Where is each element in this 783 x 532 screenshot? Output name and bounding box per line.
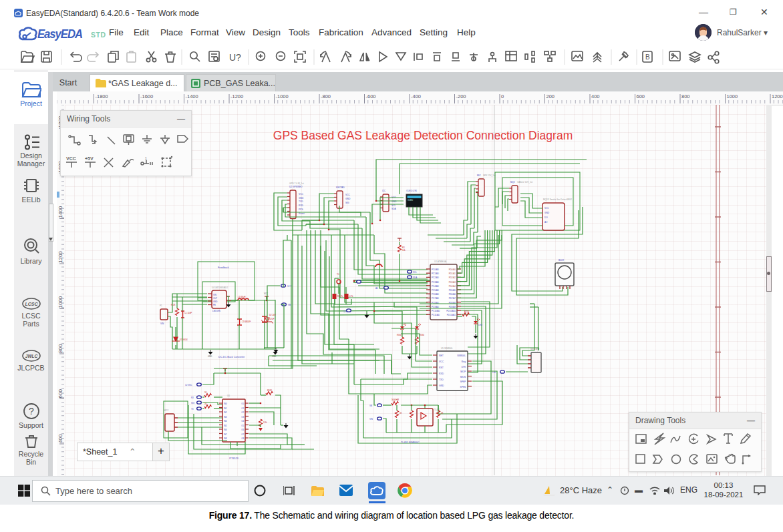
- svg-text:200: 200: [546, 93, 555, 99]
- svg-text:PD9/A9: PD9/A9: [449, 306, 456, 308]
- svg-text:VCC: VCC: [66, 156, 76, 161]
- svg-text:D1 SS34: D1 SS34: [180, 338, 188, 341]
- svg-text:400: 400: [591, 93, 600, 99]
- svg-text:IN0: IN0: [224, 403, 227, 405]
- svg-text:MQ2: MQ2: [510, 181, 515, 184]
- svg-text:-200: -200: [456, 93, 466, 99]
- svg-text:-1000: -1000: [276, 93, 289, 99]
- svg-text:?: ?: [29, 406, 34, 417]
- svg-text:12 V: 12 V: [287, 285, 291, 288]
- svg-text:PD4/A4: PD4/A4: [449, 285, 456, 288]
- svg-text:PD3/A3: PD3/A3: [449, 281, 456, 284]
- svg-text:GND: GND: [213, 300, 217, 303]
- svg-text:KEYPAD: KEYPAD: [336, 186, 345, 189]
- svg-text:MIC2: MIC2: [164, 409, 168, 412]
- svg-text:820R: 820R: [267, 389, 272, 392]
- svg-text:Ring: Ring: [462, 360, 466, 363]
- svg-text:RX: RX: [191, 396, 194, 399]
- svg-text:1200: 1200: [772, 93, 783, 99]
- svg-text:IN3: IN3: [224, 416, 227, 419]
- svg-text:VCC: VCC: [439, 360, 444, 363]
- svg-text:PD2/A2: PD2/A2: [449, 276, 456, 279]
- svg-text:IN4: IN4: [224, 420, 227, 423]
- svg-text:IN2: IN2: [224, 411, 227, 414]
- svg-text:GND: GND: [544, 212, 550, 214]
- svg-text:NET: NET: [439, 354, 444, 357]
- svg-text:OUT: OUT: [213, 297, 217, 300]
- svg-text:PPS: PPS: [299, 208, 303, 211]
- svg-text:GPS Based GAS Leakage Detectio: GPS Based GAS Leakage Detection Connecti…: [273, 129, 573, 142]
- svg-text:TXD: TXD: [439, 378, 444, 381]
- svg-text:400: 400: [57, 434, 63, 443]
- svg-text:VCC: VCC: [544, 207, 549, 210]
- svg-text:C1 104P: C1 104P: [184, 312, 192, 314]
- svg-text:PC7/AD: PC7/AD: [432, 297, 440, 300]
- svg-text:1K: 1K: [204, 391, 207, 394]
- svg-text:-400: -400: [411, 93, 421, 99]
- svg-text:1200: 1200: [57, 251, 63, 263]
- svg-text:O7: O7: [241, 433, 244, 436]
- svg-text:O4: O4: [241, 420, 244, 423]
- svg-text:MIC: MIC: [477, 174, 481, 177]
- svg-text:SPK 12V_1st: SPK 12V_1st: [483, 174, 496, 177]
- svg-text:O0: O0: [241, 403, 244, 405]
- svg-text:12V: 12V: [343, 310, 347, 313]
- svg-text:DTR: DTR: [462, 366, 466, 368]
- svg-text:GND: GND: [439, 384, 444, 387]
- svg-text:IN5: IN5: [224, 425, 227, 427]
- svg-text:FB: FB: [213, 304, 216, 306]
- svg-text:A0: A0: [375, 287, 378, 290]
- svg-text:SPKN: SPKN: [460, 386, 466, 388]
- svg-text:TX: TX: [191, 408, 194, 411]
- svg-text:MICN: MICN: [460, 376, 466, 378]
- svg-text:1400: 1400: [57, 206, 63, 218]
- svg-text:GPS 7.0 M_1st: GPS 7.0 M_1st: [289, 182, 304, 185]
- svg-text:DC-DC Buck Converter: DC-DC Buck Converter: [218, 356, 245, 358]
- svg-text:TL431 SIM800C: TL431 SIM800C: [401, 441, 420, 444]
- svg-text:BUZZ: BUZZ: [559, 259, 564, 262]
- svg-text:R 4.7k: R 4.7k: [337, 295, 343, 298]
- svg-text:SIG: SIG: [191, 402, 195, 405]
- svg-text:1K: 1K: [204, 403, 207, 405]
- svg-text:TC: TC: [337, 273, 339, 276]
- svg-text:GND: GND: [299, 197, 304, 200]
- svg-text:PC11/AD: PC11/AD: [432, 314, 440, 316]
- svg-text:PC2/AD: PC2/AD: [432, 276, 440, 279]
- svg-text:VIN: VIN: [369, 418, 373, 421]
- svg-text:O1: O1: [241, 407, 244, 410]
- svg-text:VB: VB: [369, 405, 372, 407]
- svg-text:GND: GND: [345, 198, 351, 200]
- svg-text:PC6/AD: PC6/AD: [432, 293, 440, 296]
- svg-text:R 2K: R 2K: [171, 304, 175, 306]
- svg-text:RXD: RXD: [439, 372, 444, 375]
- svg-text:IN8: IN8: [224, 437, 227, 440]
- svg-text:PT6523: PT6523: [229, 457, 238, 460]
- svg-text:2K: 2K: [441, 412, 444, 415]
- svg-text:1000: 1000: [57, 296, 63, 308]
- svg-text:SIG: SIG: [345, 202, 349, 204]
- svg-text:-1400: -1400: [186, 93, 198, 99]
- svg-text:P1: P1: [160, 304, 162, 307]
- svg-text:PC4/AD: PC4/AD: [432, 285, 440, 288]
- svg-text:RXD: RXD: [299, 204, 304, 207]
- svg-text:LED: LED: [478, 324, 483, 326]
- svg-text:R220: R220: [464, 310, 470, 313]
- svg-text:PC1/AD: PC1/AD: [432, 272, 440, 275]
- svg-text:PC9/AD: PC9/AD: [432, 306, 440, 308]
- svg-text:12 VDC: 12 VDC: [185, 384, 192, 386]
- svg-text:PD6/A6: PD6/A6: [449, 293, 456, 296]
- svg-text:4.7k: 4.7k: [349, 295, 353, 298]
- svg-text:L1 68uH: L1 68uH: [238, 296, 245, 298]
- svg-text:O2: O2: [241, 411, 244, 414]
- svg-text:I2C: I2C: [382, 190, 386, 192]
- svg-text:O3: O3: [241, 416, 244, 419]
- svg-text:U4 LM2596S/ADJ: U4 LM2596S/ADJ: [212, 286, 228, 289]
- svg-text:C4 22UF: C4 22UF: [267, 318, 275, 320]
- svg-text:800: 800: [57, 344, 63, 353]
- svg-text:C3 680UF: C3 680UF: [242, 320, 251, 323]
- svg-text:AO: AO: [544, 221, 548, 224]
- svg-text:-1800: -1800: [96, 93, 108, 99]
- svg-text:VIN: VIN: [213, 294, 216, 296]
- svg-text:VB: VB: [288, 304, 291, 306]
- svg-text:JWLC: JWLC: [25, 354, 37, 358]
